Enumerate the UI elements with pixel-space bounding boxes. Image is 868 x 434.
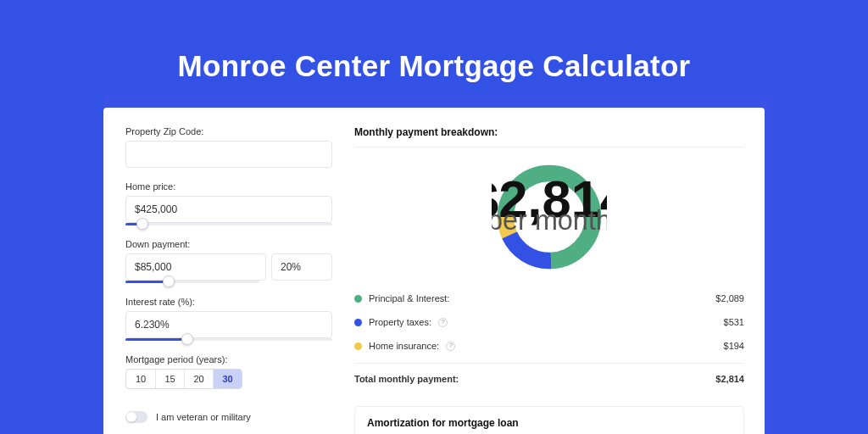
donut-center-sub: per month xyxy=(492,205,607,236)
mortgage-period-field: Mortgage period (years): 10 15 20 30 xyxy=(125,354,332,389)
zip-input[interactable] xyxy=(125,141,332,168)
down-payment-amount-input[interactable] xyxy=(125,253,266,281)
info-icon[interactable]: ? xyxy=(446,342,455,351)
info-icon[interactable]: ? xyxy=(438,318,448,327)
down-payment-percent-input[interactable] xyxy=(271,253,332,281)
interest-rate-slider[interactable] xyxy=(125,338,332,341)
calculator-card: Property Zip Code: Home price: Down paym… xyxy=(103,94,773,434)
breakdown-total-value: $2,814 xyxy=(715,374,744,384)
down-payment-label: Down payment: xyxy=(125,239,332,249)
period-30[interactable]: 30 xyxy=(213,370,242,388)
amortization-section: Amortization for mortgage loan Amortizat… xyxy=(354,406,744,434)
home-price-label: Home price: xyxy=(125,181,332,192)
inputs-column: Property Zip Code: Home price: Down paym… xyxy=(125,126,332,434)
breakdown-row-taxes: Property taxes: ? $531 xyxy=(354,310,744,334)
donut-chart-icon: $2,814 per month xyxy=(492,159,607,275)
breakdown-heading: Monthly payment breakdown: xyxy=(354,126,744,147)
interest-rate-field: Interest rate (%): xyxy=(125,297,332,341)
veteran-toggle[interactable] xyxy=(125,411,147,423)
card-body: Property Zip Code: Home price: Down paym… xyxy=(103,108,765,434)
interest-rate-input[interactable] xyxy=(125,311,332,338)
zip-label: Property Zip Code: xyxy=(125,126,332,136)
home-price-slider[interactable] xyxy=(125,223,332,225)
veteran-label: I am veteran or military xyxy=(156,412,251,422)
slider-thumb[interactable] xyxy=(181,333,193,345)
breakdown-column: Monthly payment breakdown: $2,814 per mo… xyxy=(354,126,744,434)
period-20[interactable]: 20 xyxy=(184,370,213,388)
breakdown-label: Property taxes: xyxy=(369,317,431,327)
breakdown-value: $194 xyxy=(724,341,744,351)
mortgage-period-label: Mortgage period (years): xyxy=(125,354,332,364)
dot-icon xyxy=(354,342,362,350)
breakdown-label: Principal & Interest: xyxy=(369,293,449,303)
breakdown-row-insurance: Home insurance: ? $194 xyxy=(354,334,744,358)
dot-icon xyxy=(354,319,362,326)
interest-rate-label: Interest rate (%): xyxy=(125,297,332,307)
amortization-title: Amortization for mortgage loan xyxy=(367,417,732,429)
home-price-input[interactable] xyxy=(125,196,332,223)
breakdown-value: $531 xyxy=(724,317,744,327)
down-payment-slider[interactable] xyxy=(125,281,259,283)
breakdown-total-row: Total monthly payment: $2,814 xyxy=(354,363,744,391)
breakdown-row-principal: Principal & Interest: $2,089 xyxy=(354,287,744,310)
dot-icon xyxy=(354,295,362,303)
page-title: Monroe Center Mortgage Calculator xyxy=(0,49,868,83)
mortgage-period-options: 10 15 20 30 xyxy=(125,369,242,389)
slider-thumb[interactable] xyxy=(136,218,148,230)
period-15[interactable]: 15 xyxy=(155,370,184,388)
veteran-toggle-row: I am veteran or military xyxy=(125,411,332,423)
home-price-field: Home price: xyxy=(125,181,332,225)
breakdown-total-label: Total monthly payment: xyxy=(354,374,459,384)
zip-field: Property Zip Code: xyxy=(125,126,332,168)
breakdown-value: $2,089 xyxy=(715,293,744,303)
breakdown-donut: $2,814 per month xyxy=(354,159,744,275)
breakdown-label: Home insurance: xyxy=(369,341,439,351)
period-10[interactable]: 10 xyxy=(126,370,155,388)
slider-thumb[interactable] xyxy=(163,275,175,287)
down-payment-field: Down payment: xyxy=(125,239,332,283)
